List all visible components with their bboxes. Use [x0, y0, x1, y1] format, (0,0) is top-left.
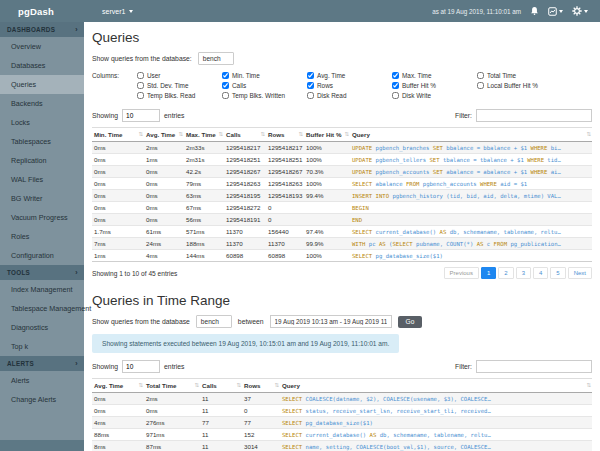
sidebar-section-dashboards[interactable]: DASHBOARDS›	[0, 22, 84, 37]
table-cell: 1295418251	[224, 154, 266, 166]
column-header-total-time[interactable]: Total Time⇅	[144, 379, 200, 393]
column-header-rows[interactable]: Rows⇅	[266, 128, 304, 142]
sidebar-section-alerts[interactable]: ALERTS›	[0, 356, 84, 371]
sidebar-item-backends[interactable]: Backends	[0, 94, 84, 113]
table-cell: 1295418267	[224, 166, 266, 178]
date-range-input[interactable]	[270, 315, 392, 328]
sidebar-item-databases[interactable]: Databases	[0, 56, 84, 75]
sidebar-item-change-alerts[interactable]: Change Alerts	[0, 390, 84, 409]
sidebar-item-diagnostics[interactable]: Diagnostics	[0, 318, 84, 337]
column-header-query[interactable]: Query⇅	[350, 128, 592, 142]
pagination-previous[interactable]: Previous	[444, 267, 479, 279]
sidebar-item-locks[interactable]: Locks	[0, 113, 84, 132]
query-link[interactable]: SELECT abalance FROM pgbench_accounts WH…	[350, 178, 592, 190]
sidebar-item-tablespace-management[interactable]: Tablespace Management	[0, 299, 84, 318]
sidebar-item-roles[interactable]: Roles	[0, 227, 84, 246]
column-header-avg-time[interactable]: Avg. Time⇅	[144, 128, 184, 142]
column-option-buffer-hit-%: Buffer Hit %	[392, 82, 477, 89]
query-link[interactable]: INSERT INTO pgbench_history (tid, bid, a…	[350, 190, 592, 202]
sidebar-item-replication[interactable]: Replication	[0, 151, 84, 170]
filter-input-2[interactable]	[476, 360, 592, 373]
db-select[interactable]: bench	[198, 52, 234, 65]
table-cell: 60898	[224, 250, 266, 262]
filter-input[interactable]	[476, 109, 592, 122]
table-row: 7ms24ms188ms113701137099.9%WITH pc AS (S…	[92, 238, 592, 250]
table-cell: 0	[266, 202, 304, 214]
sort-icon: ⇅	[236, 382, 241, 388]
column-header-buffer-hit-%[interactable]: Buffer Hit %⇅	[304, 128, 350, 142]
sidebar-item-index-management[interactable]: Index Management	[0, 280, 84, 299]
pagination-page-1[interactable]: 1	[481, 267, 496, 279]
sidebar-item-vacuum-progress[interactable]: Vacuum Progress	[0, 208, 84, 227]
column-checkbox-total-time[interactable]	[477, 72, 484, 79]
pagination-page-3[interactable]: 3	[516, 267, 531, 279]
query-link[interactable]: SELECT current_database() AS db, scheman…	[280, 429, 592, 441]
column-checkbox-temp-blks-written[interactable]	[222, 92, 229, 99]
go-button[interactable]: Go	[398, 316, 423, 328]
column-checkbox-min-time[interactable]	[222, 72, 229, 79]
table-row: 0ms0ms42.2s1295418267129541826770.3%UPDA…	[92, 166, 592, 178]
column-checkbox-buffer-hit-%[interactable]	[392, 82, 399, 89]
query-link[interactable]: SELECT pg_database_size($1)	[280, 417, 592, 429]
table-row: 0ms2ms2m33s12954182171295418217100%UPDAT…	[92, 142, 592, 154]
sidebar-item-overview[interactable]: Overview	[0, 37, 84, 56]
query-link[interactable]: SELECT COALESCE(datname, $2), COALESCE(u…	[280, 393, 592, 405]
column-header-rows[interactable]: Rows⇅	[242, 379, 280, 393]
page-length-input[interactable]	[122, 109, 160, 122]
notifications-button[interactable]	[530, 6, 539, 16]
query-link[interactable]: UPDATE pgbench_branches SET bbalance = b…	[350, 142, 592, 154]
query-link[interactable]: UPDATE pgbench_accounts SET abalance = a…	[350, 166, 592, 178]
query-link[interactable]: SELECT current_database() AS db, scheman…	[350, 226, 592, 238]
filter-label: Filter:	[455, 112, 472, 119]
sidebar-item-queries[interactable]: Queries	[0, 75, 84, 94]
column-header-calls[interactable]: Calls⇅	[200, 379, 242, 393]
query-link[interactable]: UPDATE pgbench_tellers SET tbalance = tb…	[350, 154, 592, 166]
column-checkbox-user[interactable]	[137, 72, 144, 79]
column-checkbox-avg-time[interactable]	[307, 72, 314, 79]
table-cell: 88ms	[92, 429, 144, 441]
sidebar-item-top-k[interactable]: Top k	[0, 337, 84, 356]
query-link[interactable]: SELECT pg_database_size($1)	[350, 250, 592, 262]
column-header-query[interactable]: Query⇅	[280, 379, 592, 393]
column-option-disk-read: Disk Read	[307, 92, 392, 99]
query-link[interactable]: WITH pc AS (SELECT pubname, COUNT(*) AS …	[350, 238, 592, 250]
sidebar-item-wal-files[interactable]: WAL Files	[0, 170, 84, 189]
reports-menu-button[interactable]	[548, 7, 563, 16]
column-checkbox-std-dev-time[interactable]	[137, 82, 144, 89]
table-cell: 1295418195	[224, 190, 266, 202]
column-checkbox-local-buffer-hit-%[interactable]	[477, 82, 484, 89]
column-header-avg-time[interactable]: Avg. Time⇅	[92, 379, 144, 393]
sort-icon: ⇅	[274, 382, 279, 388]
pagination-page-4[interactable]: 4	[533, 267, 548, 279]
range-db-label: Show queries from the database	[92, 318, 190, 325]
sidebar-item-tablespaces[interactable]: Tablespaces	[0, 132, 84, 151]
column-checkbox-max-time[interactable]	[392, 72, 399, 79]
query-link[interactable]: END	[350, 214, 592, 226]
settings-menu-button[interactable]	[572, 6, 588, 16]
column-header-min-time[interactable]: Min. Time⇅	[92, 128, 144, 142]
pagination-page-2[interactable]: 2	[498, 267, 513, 279]
column-checkbox-disk-read[interactable]	[307, 92, 314, 99]
page-length-input-2[interactable]	[122, 360, 160, 373]
sidebar-section-tools[interactable]: TOOLS›	[0, 265, 84, 280]
sort-icon: ⇅	[298, 131, 303, 137]
column-header-max-time[interactable]: Max. Time⇅	[184, 128, 224, 142]
pagination-page-5[interactable]: 5	[550, 267, 565, 279]
column-checkbox-rows[interactable]	[307, 82, 314, 89]
query-link[interactable]: SELECT status, receive_start_lsn, receiv…	[280, 405, 592, 417]
query-link[interactable]: SELECT name, setting, COALESCE(boot_val,…	[280, 441, 592, 451]
range-db-select[interactable]: bench	[196, 315, 232, 328]
server-selector[interactable]: server1	[102, 8, 133, 15]
column-checkbox-calls[interactable]	[222, 82, 229, 89]
query-link[interactable]: BEGIN	[350, 202, 592, 214]
sidebar-item-configuration[interactable]: Configuration	[0, 246, 84, 265]
column-checkbox-disk-write[interactable]	[392, 92, 399, 99]
sidebar-section-label: DASHBOARDS	[7, 26, 55, 33]
caret-down-icon	[559, 10, 563, 13]
column-checkbox-temp-blks-read[interactable]	[137, 92, 144, 99]
sidebar-item-alerts[interactable]: Alerts	[0, 371, 84, 390]
column-header-calls[interactable]: Calls⇅	[224, 128, 266, 142]
table-cell: 0	[266, 214, 304, 226]
pagination-next[interactable]: Next	[568, 267, 592, 279]
sidebar-item-bg-writer[interactable]: BG Writer	[0, 189, 84, 208]
